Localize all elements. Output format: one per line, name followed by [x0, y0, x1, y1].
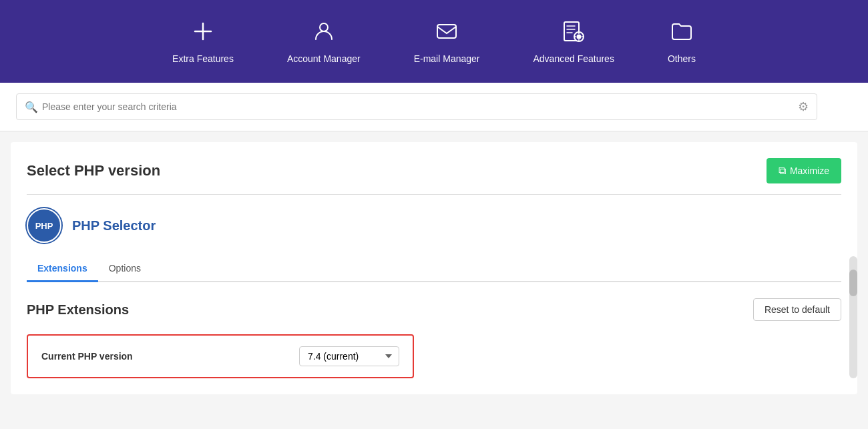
page-header: Select PHP version ⧉ Maximize	[27, 158, 841, 195]
svg-point-2	[320, 23, 328, 31]
gear-icon[interactable]: ⚙	[798, 99, 809, 114]
search-bar: 🔍 ⚙	[16, 93, 817, 120]
tabs: Extensions Options	[27, 256, 841, 282]
page-title: Select PHP version	[27, 162, 160, 179]
plus-icon	[191, 19, 215, 47]
tab-options[interactable]: Options	[98, 256, 152, 282]
nav-email-manager-label: E-mail Manager	[414, 53, 480, 64]
nav-account-manager[interactable]: Account Manager	[260, 9, 387, 75]
svg-point-9	[578, 35, 581, 38]
person-icon	[312, 19, 336, 47]
nav-extra-features[interactable]: Extra Features	[146, 9, 260, 75]
nav-others-label: Others	[668, 53, 696, 64]
reset-to-default-button[interactable]: Reset to default	[753, 298, 841, 321]
search-bar-container: 🔍 ⚙	[0, 83, 868, 131]
folder-icon	[670, 19, 694, 47]
nav-account-manager-label: Account Manager	[287, 53, 361, 64]
top-navigation: Extra Features Account Manager E-mail Ma…	[0, 0, 868, 83]
section-title: PHP Extensions	[27, 302, 129, 318]
php-logo: PHP	[27, 208, 61, 243]
nav-others[interactable]: Others	[641, 9, 722, 75]
email-icon	[435, 19, 459, 47]
content-area: Extensions Options PHP Extensions Reset …	[27, 256, 841, 378]
nav-extra-features-label: Extra Features	[172, 53, 234, 64]
tab-extensions[interactable]: Extensions	[27, 256, 98, 282]
php-version-select[interactable]: 7.4 (current)	[299, 346, 399, 366]
nav-email-manager[interactable]: E-mail Manager	[387, 9, 507, 75]
nav-advanced-features-label: Advanced Features	[533, 53, 614, 64]
php-version-row: Current PHP version 7.4 (current)	[27, 334, 414, 378]
svg-rect-3	[437, 25, 456, 38]
maximize-button[interactable]: ⧉ Maximize	[767, 158, 841, 183]
scroll-thumb	[849, 270, 857, 296]
advanced-icon	[562, 19, 586, 47]
main-content: Select PHP version ⧉ Maximize PHP PHP Se…	[11, 142, 857, 394]
section-header: PHP Extensions Reset to default	[27, 298, 841, 321]
search-input[interactable]	[42, 101, 798, 112]
php-selector-header: PHP PHP Selector	[27, 208, 841, 243]
nav-advanced-features[interactable]: Advanced Features	[506, 9, 640, 75]
maximize-label: Maximize	[790, 165, 829, 176]
php-selector-title: PHP Selector	[72, 218, 156, 234]
maximize-icon: ⧉	[779, 165, 786, 177]
search-icon: 🔍	[25, 101, 38, 113]
scroll-indicator[interactable]	[849, 256, 857, 378]
php-logo-text: PHP	[35, 221, 53, 231]
current-php-version-label: Current PHP version	[41, 351, 133, 362]
